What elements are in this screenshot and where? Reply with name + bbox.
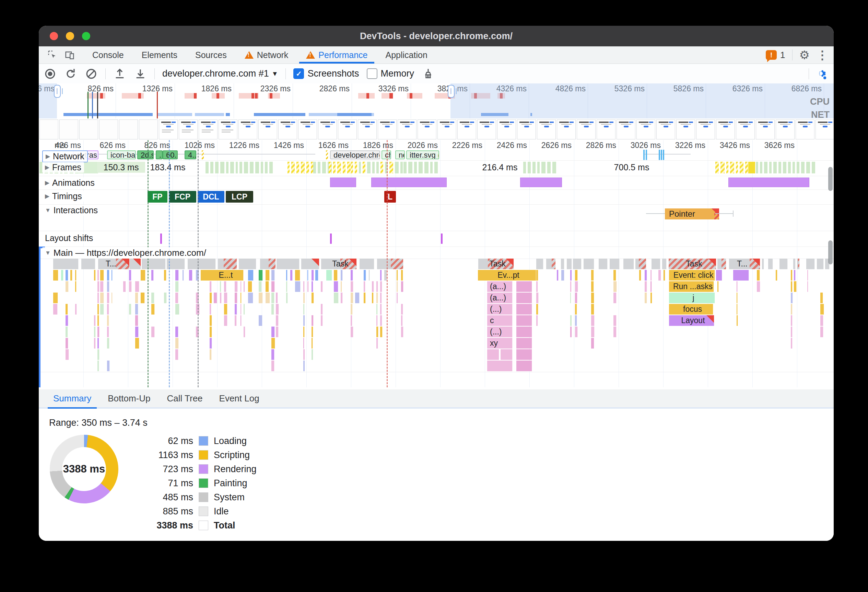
flame-event-bar[interactable]	[307, 281, 309, 292]
flame-event-bar[interactable]	[272, 361, 275, 371]
details-tab-event-log[interactable]: Event Log	[217, 389, 261, 407]
flame-event-bar[interactable]	[380, 281, 382, 292]
flame-event-bar[interactable]	[380, 315, 382, 326]
flame-event-bar[interactable]	[334, 293, 339, 303]
screenshot-thumbnail[interactable]	[119, 120, 138, 139]
flame-event-bar[interactable]	[311, 327, 313, 337]
flame-task-bar[interactable]	[610, 259, 620, 269]
flame-event-bar[interactable]	[341, 281, 342, 292]
network-request[interactable]: developer.chrome.c	[330, 150, 380, 159]
flame-event-bar[interactable]	[311, 338, 313, 349]
flame-event-bar[interactable]	[141, 293, 145, 303]
flame-task-bar[interactable]	[806, 259, 815, 269]
flame-event-bar[interactable]	[613, 293, 617, 303]
frame-bar[interactable]	[760, 162, 762, 173]
tracks-scrollbar[interactable]	[828, 240, 833, 264]
flame-event-bar[interactable]	[248, 281, 252, 292]
flame-event-bar[interactable]	[175, 293, 179, 303]
flame-event-bar[interactable]	[272, 281, 275, 292]
flame-event-bar[interactable]	[61, 270, 63, 281]
screenshot-thumbnail[interactable]	[517, 120, 536, 139]
frame-bar[interactable]	[806, 162, 810, 173]
timing-badge-lcp[interactable]: LCP	[226, 191, 253, 203]
screenshot-thumbnail[interactable]	[159, 120, 178, 139]
screenshot-thumbnail[interactable]	[418, 120, 436, 139]
flame-task-bar[interactable]	[218, 259, 237, 269]
flame-task-bar[interactable]	[717, 259, 726, 269]
frame-bar[interactable]	[793, 162, 795, 173]
flame-task-bar[interactable]	[651, 259, 660, 269]
flame-event-bar[interactable]	[210, 327, 212, 337]
tab-application[interactable]: Application	[376, 46, 436, 64]
flame-event-bar[interactable]	[536, 270, 538, 281]
flame-task-bar[interactable]	[762, 259, 764, 269]
flame-event-bar[interactable]	[276, 327, 278, 337]
flame-task-bar[interactable]	[360, 259, 374, 269]
flame-event-bar[interactable]	[613, 270, 616, 281]
flame-task-bar[interactable]	[561, 259, 564, 269]
flame-event-bar[interactable]	[135, 304, 138, 315]
track-label-frames[interactable]: ▶Frames	[42, 162, 84, 173]
flame-event-bar[interactable]	[311, 293, 314, 303]
flame-event-bar[interactable]	[397, 293, 398, 303]
timeline-tracks[interactable]: 426 ms626 ms826 ms1026 ms1226 ms1426 ms1…	[39, 140, 834, 387]
overview-left-handle[interactable]: ❘❘	[54, 85, 61, 98]
flame-event-bar[interactable]	[355, 293, 360, 303]
flame-event-bar[interactable]	[737, 304, 738, 315]
flame-event-bar[interactable]	[575, 281, 578, 292]
screenshot-thumbnail[interactable]	[139, 120, 158, 139]
flame-event-bar[interactable]	[807, 270, 808, 281]
flame-event-bar[interactable]	[175, 304, 179, 315]
frame-bar[interactable]	[322, 162, 326, 173]
frame-bar[interactable]	[220, 162, 224, 173]
flame-event-bar[interactable]	[214, 293, 217, 303]
flame-event-bar[interactable]	[276, 304, 279, 315]
inspect-element-icon[interactable]	[46, 49, 59, 61]
flame-event-bar[interactable]	[107, 270, 109, 281]
flame-task-bar[interactable]	[662, 259, 667, 269]
flame-event-bar[interactable]	[303, 349, 305, 360]
network-request[interactable]: ...	[156, 150, 162, 159]
flame-event-bar[interactable]	[141, 270, 145, 281]
frame-bar[interactable]	[230, 162, 234, 173]
flame-event-bar[interactable]	[272, 270, 275, 281]
screenshot-thumbnail[interactable]	[278, 120, 297, 139]
flame-event-bar[interactable]	[75, 270, 76, 281]
flame-event-bar[interactable]	[516, 338, 532, 349]
flame-event-bar[interactable]	[311, 281, 313, 292]
frame-bar[interactable]	[367, 162, 371, 173]
flame-event-bar[interactable]	[97, 327, 99, 337]
flame-event-bar[interactable]	[97, 338, 99, 349]
flame-event-bar[interactable]	[613, 315, 617, 326]
flame-event-bar[interactable]	[591, 315, 595, 326]
flame-event-bar[interactable]	[737, 293, 738, 303]
frame-bar[interactable]	[288, 162, 289, 173]
frame-bar[interactable]	[291, 162, 295, 173]
flame-event-bar[interactable]	[107, 281, 109, 292]
flame-event-bar[interactable]	[397, 270, 398, 281]
frame-bar[interactable]	[715, 162, 719, 173]
flame-event-bar[interactable]	[639, 270, 641, 281]
flame-event-bar[interactable]	[53, 270, 58, 281]
flame-event-bar[interactable]	[235, 281, 238, 292]
frame-bar[interactable]	[778, 162, 781, 173]
save-profile-icon[interactable]	[134, 67, 147, 80]
flame-event-bar[interactable]	[65, 327, 68, 337]
flame-event-bar[interactable]	[369, 270, 370, 281]
network-request[interactable]: icon-ba...	[107, 150, 136, 159]
flame-event-bar[interactable]	[516, 281, 532, 292]
flame-event-bar[interactable]	[575, 293, 577, 303]
frame-bar[interactable]	[537, 162, 540, 173]
flame-event-bar[interactable]	[591, 327, 595, 337]
flame-event-bar[interactable]	[536, 281, 538, 292]
frame-bar[interactable]	[226, 162, 229, 173]
flame-event-bar[interactable]	[220, 293, 221, 303]
tab-console[interactable]: Console	[83, 46, 133, 64]
network-request[interactable]: 60.p..	[162, 150, 178, 159]
frame-bar[interactable]	[400, 162, 403, 173]
flame-task-bar[interactable]	[623, 259, 634, 269]
flame-event-bar[interactable]	[295, 270, 300, 281]
flame-event-bar[interactable]	[135, 315, 138, 326]
flame-event-bar[interactable]	[107, 315, 109, 326]
layout-shift-tick[interactable]	[160, 234, 162, 244]
